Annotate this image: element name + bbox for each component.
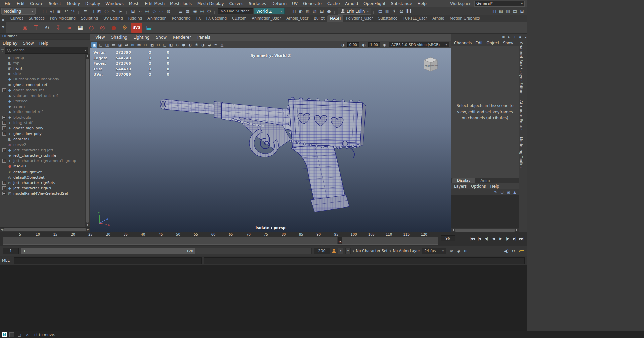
gamma-icon[interactable]: ◐ <box>361 42 367 48</box>
current-frame-marker[interactable]: 96 <box>337 237 342 244</box>
play-forwards-icon[interactable]: ▶ <box>497 235 504 242</box>
shelf-tab-sculpting[interactable]: Sculpting <box>78 15 101 22</box>
menu-cache[interactable]: Cache <box>325 1 342 7</box>
sphere-primitive-icon[interactable]: ● <box>109 23 118 32</box>
scroll-right-icon[interactable]: ▶ <box>516 228 518 232</box>
toggle-attribute-editor-icon[interactable]: ▥ <box>505 8 511 15</box>
toggle-modeling-toolkit-icon[interactable]: ▧ <box>498 8 504 15</box>
outliner-item-ghost-concept-ref[interactable]: ▣ghost_concept_ref <box>0 82 85 87</box>
open-scene-icon[interactable]: ◱ <box>48 8 55 15</box>
character-set-option-icon[interactable]: ▾ <box>338 248 343 254</box>
layer-new-empty-icon[interactable]: ▢ <box>499 189 505 195</box>
ao-toggle-icon[interactable]: ◒ <box>206 42 212 48</box>
exposure-field[interactable]: 0.00 <box>347 42 359 47</box>
panel-menu-lighting[interactable]: Lighting <box>131 35 153 40</box>
live-surface-field[interactable]: No Live Surface <box>218 8 253 14</box>
panel-menu-shading[interactable]: Shading <box>108 35 130 40</box>
layer-move-up-icon[interactable]: ▲ <box>512 189 517 195</box>
mute-audio-icon[interactable]: ◀) <box>503 248 510 254</box>
shelf-gear-icon[interactable]: ⚙ <box>1 25 5 29</box>
shelf-tab-uv-editing[interactable]: UV Editing <box>101 15 125 22</box>
motion-blur-toggle-icon[interactable]: ≈ <box>213 42 219 48</box>
expand-toggle-icon[interactable]: + <box>2 181 6 185</box>
new-scene-icon[interactable]: ▢ <box>41 8 48 15</box>
play-backwards-icon[interactable]: ◀ <box>490 235 497 242</box>
shelf-tab-substance[interactable]: Substance <box>376 15 400 22</box>
safe-action-icon[interactable]: ▢ <box>162 42 168 48</box>
shelf-tab-poly-modeling[interactable]: Poly Modeling <box>47 15 78 22</box>
auto-key-icon[interactable]: ◈ <box>455 248 462 254</box>
layer-menu-options[interactable]: Options <box>471 184 486 189</box>
light-display-icon[interactable]: ☀ <box>391 8 398 15</box>
import-tray-icon[interactable]: ↧ <box>53 23 63 32</box>
channel-menu-show[interactable]: Show <box>503 41 513 45</box>
select-by-object-icon[interactable]: ◻ <box>89 8 96 15</box>
channel-display-icon[interactable]: ≡ <box>501 34 506 39</box>
framerate-selector[interactable]: 24 fps ▾ <box>422 248 446 254</box>
scrollbar-thumb[interactable] <box>86 59 89 223</box>
outliner-item-jett-character-rig-jett[interactable]: +◆jett_character_rig:jett <box>0 147 85 153</box>
range-slider-track[interactable]: 1 120 <box>21 248 312 254</box>
outliner-item-defaultlightset[interactable]: ☼defaultLightSet <box>0 169 85 175</box>
raise-panels-icon[interactable]: ⊞ <box>519 8 525 15</box>
user-account-selector[interactable]: Erin Eulin ▾ <box>338 8 371 15</box>
outliner-item-modelpanel4viewselectedset[interactable]: +◳modelPanel4ViewSelectedSet <box>0 191 85 196</box>
save-scene-icon[interactable]: ▣ <box>55 8 62 15</box>
resolution-gate-icon[interactable]: ◻ <box>142 42 148 48</box>
range-slider-handle[interactable]: 1 120 <box>21 248 195 254</box>
outliner-item-ghost-model-ref[interactable]: +◆ghost_model_ref <box>0 87 85 93</box>
select-by-hierarchy-icon[interactable]: ≡ <box>82 8 89 15</box>
layer-menu-help[interactable]: Help <box>490 184 499 189</box>
image-plane-icon[interactable]: ◪ <box>117 42 123 48</box>
texture-display-icon[interactable]: ▥ <box>384 8 391 15</box>
camera-based-selection-icon[interactable]: ◐ <box>297 8 304 15</box>
default-material-icon[interactable]: ● <box>326 8 332 15</box>
open-render-view-icon[interactable]: ▦ <box>184 8 191 15</box>
sidebar-tab-attribute-editor[interactable]: Attribute Editor <box>519 98 523 133</box>
sidebar-tab-modeling-toolkit[interactable]: Modeling Toolkit <box>519 134 523 171</box>
panel-menu-renderer[interactable]: Renderer <box>170 35 194 40</box>
maya-taskbar-icon[interactable]: M <box>2 332 7 337</box>
scrollbar-thumb[interactable] <box>3 228 86 231</box>
make-live-icon[interactable]: ◍ <box>165 8 172 15</box>
paint-select-icon[interactable]: ✎ <box>110 8 117 15</box>
outliner-item-jett-character-rigrn[interactable]: +◆jett_character_rigRN <box>0 186 85 191</box>
set-key-icon[interactable] <box>519 250 524 252</box>
outliner-item-mash1[interactable]: ●MASH1 <box>0 164 85 169</box>
panel-menu-view[interactable]: View <box>93 35 108 40</box>
shelf-tab-bullet[interactable]: Bullet <box>311 15 327 22</box>
outliner-item-front[interactable]: ◧front <box>0 66 85 71</box>
textured-display-icon[interactable]: ◐ <box>187 42 193 48</box>
lasso-select-icon[interactable]: ◌ <box>103 8 110 15</box>
snap-to-curve-icon[interactable]: ≈ <box>137 8 143 15</box>
outliner-item-persp[interactable]: ◧persp <box>0 55 85 60</box>
bookmark-icon[interactable]: ▭ <box>111 42 117 48</box>
channel-menu-channels[interactable]: Channels <box>454 41 472 45</box>
layer-sort-icon[interactable]: ⇅ <box>493 189 498 195</box>
shelf-tab-turtle-user[interactable]: TURTLE_User <box>400 15 430 22</box>
menu-openflight[interactable]: OpenFlight <box>361 1 388 7</box>
ipr-render-icon[interactable]: ◎ <box>199 8 205 15</box>
menu-edit-mesh[interactable]: Edit Mesh <box>142 1 167 7</box>
expand-toggle-icon[interactable]: + <box>2 192 6 195</box>
pause-icon[interactable]: ▌▌ <box>407 9 413 13</box>
outliner-item-ghost-high-poly[interactable]: ++ghost_high_poly <box>0 125 85 131</box>
menu-create[interactable]: Create <box>27 1 46 7</box>
anim-layer-selector[interactable]: ▾ No Anim Layer <box>390 249 420 253</box>
snap-to-point-icon[interactable]: ◎ <box>144 8 151 15</box>
two-d-pan-zoom-icon[interactable]: ⇄ <box>123 42 129 48</box>
outliner-vertical-scrollbar[interactable]: ▲ ▼ <box>85 54 90 227</box>
command-input[interactable] <box>14 257 202 264</box>
collapse-panel-icon[interactable]: ◂ <box>523 35 528 39</box>
filter-icon[interactable]: ▽ <box>1 49 4 52</box>
shelf-tab-mash[interactable]: MASH <box>327 15 343 22</box>
channel-menu-edit[interactable]: Edit <box>475 41 483 45</box>
panel-menu-panels[interactable]: Panels <box>195 35 213 40</box>
layer-menu-layers[interactable]: Layers <box>454 184 467 189</box>
highlight-selection-icon[interactable]: ▸ <box>117 8 124 15</box>
snap-to-projected-center-icon[interactable]: ◇ <box>151 8 158 15</box>
menu-uv[interactable]: UV <box>289 1 300 7</box>
symmetry-axis-selector[interactable]: World Z ▾ <box>254 8 285 14</box>
shelf-menu-icon[interactable]: ≡ <box>1 17 5 22</box>
shelf-tab-polygons-user[interactable]: Polygons_User <box>343 15 376 22</box>
